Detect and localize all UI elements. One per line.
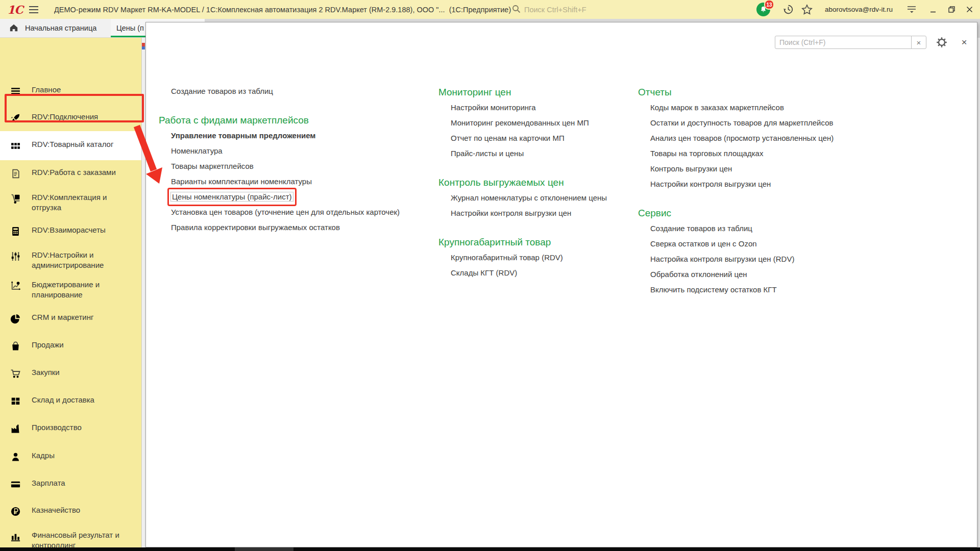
sidebar-item-kadry[interactable]: Кадры	[0, 450, 141, 462]
menu-link[interactable]: Сверка остатков и цен с Ozon	[638, 236, 916, 252]
sidebar-item-label: Производство	[32, 422, 134, 433]
sidebar-item-sklad-i-dostavka[interactable]: Склад и доставка	[0, 395, 141, 407]
menu-link[interactable]: Номенклатура	[159, 143, 437, 159]
tab-label: Начальная страница	[25, 24, 96, 32]
search-placeholder: Поиск Ctrl+Shift+F	[524, 6, 586, 14]
function-menu-panel: × × Создание товаров из таблицРабота с ф…	[145, 22, 977, 547]
sidebar-item-label: Казначейство	[32, 505, 134, 515]
notifications-button[interactable]: 13	[756, 0, 770, 19]
sidebar-item-rdv-tovarny-katalog[interactable]: RDV:Товарный каталог	[0, 139, 141, 151]
menu-link[interactable]: Контроль выгрузки цен	[638, 161, 916, 177]
sidebar-item-label: CRM и маркетинг	[32, 312, 134, 322]
titlebar: 1С ДЕМО-режим RDV Маркет RM-KA-MODEL / 1…	[0, 0, 980, 19]
sidebar-item-label: RDV:Настройки и администрирование	[32, 250, 134, 270]
menu-link[interactable]: Настройки контроля выгрузки цен	[638, 177, 916, 192]
settings-menu-icon[interactable]	[906, 0, 917, 19]
notification-badge: 13	[764, 0, 774, 10]
clear-search-button[interactable]: ×	[911, 36, 926, 49]
ruble-coin-icon	[10, 506, 21, 517]
form-icon-fragment	[141, 43, 145, 49]
sidebar-item-prodazhi[interactable]: Продажи	[0, 340, 141, 352]
menu-link[interactable]: Создание товаров из таблиц	[638, 221, 916, 236]
factory-icon	[10, 423, 21, 434]
order-doc-icon	[10, 168, 21, 179]
sidebar-item-zarplata[interactable]: Зарплата	[0, 478, 141, 490]
calculator-icon	[10, 226, 21, 237]
menu-link-label[interactable]: Цены номенклатуры (прайс-лист)	[171, 192, 293, 201]
bar-chart-icon	[10, 531, 21, 542]
section-header: Отчеты	[638, 85, 916, 100]
catalog-grid-icon	[10, 140, 21, 151]
current-user[interactable]: aborovtsova@rdv-it.ru	[825, 0, 893, 19]
sidebar-item-label: Продажи	[32, 340, 134, 350]
shopping-bag-icon	[10, 341, 21, 352]
planning-chart-icon	[10, 281, 21, 291]
section-header: Работа с фидами маркетплейсов	[159, 113, 437, 128]
favorites-star-icon[interactable]	[801, 0, 813, 19]
application-window: 1С ДЕМО-режим RDV Маркет RM-KA-MODEL / 1…	[0, 0, 980, 551]
sidebar-item-rdv-vzaimoraschety[interactable]: RDV:Взаиморасчеты	[0, 225, 141, 237]
global-search[interactable]: Поиск Ctrl+Shift+F	[512, 0, 586, 19]
tab-label: Цены (п	[116, 24, 144, 32]
sidebar-item-rdv-rabota-s-zakazami[interactable]: RDV:Работа с заказами	[0, 167, 141, 179]
sidebar-item-crm-i-marketing[interactable]: CRM и маркетинг	[0, 312, 141, 324]
handtruck-icon	[10, 193, 21, 204]
maximize-button[interactable]	[946, 0, 957, 19]
taskbar-item	[235, 547, 293, 551]
menu-link[interactable]: Управление товарным предложением	[159, 128, 437, 143]
sidebar-item-byudzhetirovanie-i-planirovanie[interactable]: Бюджетирование и планирование	[0, 280, 141, 300]
menu-link[interactable]: Коды марок в заказах маркетплейсов	[638, 100, 916, 115]
menu-link[interactable]: Настройка контроля выгрузки цен (RDV)	[638, 252, 916, 267]
menu-link[interactable]: Товары на торговых площадках	[638, 146, 916, 161]
menu-link[interactable]: Обработка отклонений цен	[638, 267, 916, 282]
sidebar-item-glavnoe[interactable]: Главное	[0, 85, 141, 96]
sidebar-item-kaznacheystvo[interactable]: Казначейство	[0, 505, 141, 517]
bell-icon: 13	[756, 3, 770, 16]
menu-link[interactable]: Варианты комплектации номенклатуры	[159, 174, 437, 189]
sidebar-item-label: Главное	[32, 85, 134, 95]
sidebar-item-rdv-komplektaciya-i-otgruzka[interactable]: RDV:Комплектация и отгрузка	[0, 192, 141, 213]
search-icon	[512, 5, 521, 15]
sidebar-item-rdv-podklyucheniya[interactable]: RDV:Подключения	[0, 112, 141, 123]
pie-chart-icon	[10, 313, 21, 324]
menu-link[interactable]: Создание товаров из таблиц	[159, 84, 437, 99]
sidebar-item-label: Зарплата	[32, 478, 134, 488]
sidebar-item-label: Кадры	[32, 450, 134, 461]
1c-logo: 1С	[7, 0, 23, 19]
menu-link[interactable]: Товары маркетплейсов	[159, 159, 437, 174]
taskbar	[0, 547, 980, 551]
close-window-button[interactable]	[964, 0, 975, 19]
menu-lines-icon	[10, 86, 21, 96]
menu-link[interactable]: Остатки и доступность товаров для маркет…	[638, 115, 916, 131]
close-panel-icon[interactable]: ×	[959, 36, 970, 49]
tab-home-page[interactable]: Начальная страница	[0, 19, 118, 37]
warehouse-icon	[10, 396, 21, 407]
sections-sidebar: ГлавноеRDV:ПодключенияRDV:Товарный катал…	[0, 38, 142, 547]
sidebar-item-proizvodstvo[interactable]: Производство	[0, 422, 141, 434]
home-icon	[9, 23, 18, 33]
gear-icon[interactable]	[936, 37, 947, 48]
window-title: ДЕМО-режим RDV Маркет RM-KA-MODEL / 1С:К…	[54, 0, 513, 19]
shopping-cart-icon	[10, 368, 21, 379]
menu-link[interactable]: Правила корректировки выгружаемых остатк…	[159, 220, 437, 235]
sidebar-item-label: Склад и доставка	[32, 395, 134, 405]
menu-link[interactable]: Установка цен товаров (уточнение цен для…	[159, 205, 437, 220]
sidebar-item-label: RDV:Подключения	[32, 112, 134, 122]
menu-link[interactable]: Анализ цен товаров (просмотр установленн…	[638, 131, 916, 146]
bank-card-icon	[10, 479, 21, 490]
sidebar-item-zakupki[interactable]: Закупки	[0, 367, 141, 379]
panel-search-input[interactable]	[775, 36, 912, 49]
menu-link[interactable]: Включить подсистему остатков КГТ	[638, 282, 916, 297]
section-header: Сервис	[638, 206, 916, 221]
sidebar-item-label: RDV:Работа с заказами	[32, 167, 134, 178]
menu-link[interactable]: Цены номенклатуры (прайс-лист)	[159, 189, 437, 205]
annotation-box-menu-link: Цены номенклатуры (прайс-лист)	[167, 188, 297, 206]
rocket-icon	[10, 113, 21, 123]
main-menu-icon[interactable]	[28, 0, 39, 19]
sidebar-item-rdv-nastroyki-i-administrirovanie[interactable]: RDV:Настройки и администрирование	[0, 250, 141, 270]
sidebar-item-label: RDV:Товарный каталог	[32, 139, 134, 149]
minimize-button[interactable]	[927, 0, 939, 19]
history-icon[interactable]	[782, 0, 794, 19]
sidebar-item-label: Бюджетирование и планирование	[32, 280, 134, 300]
sidebar-item-label: Закупки	[32, 367, 134, 378]
